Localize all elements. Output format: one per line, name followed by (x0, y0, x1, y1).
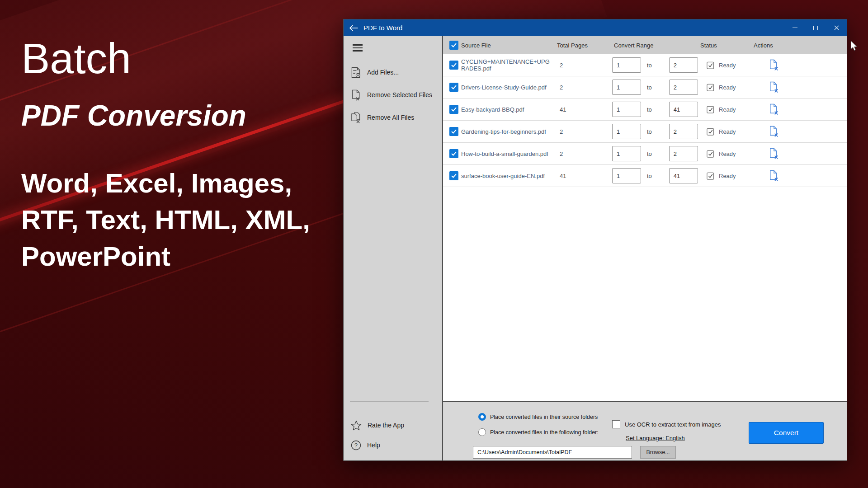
remove-file-action[interactable] (754, 103, 812, 115)
status-cell: Ready (700, 150, 754, 158)
range-to-input[interactable] (669, 102, 698, 117)
back-arrow-icon (349, 25, 358, 31)
sidebar-item-remove-selected-files[interactable]: Remove Selected Files (344, 84, 442, 106)
remove-file-action[interactable] (754, 81, 812, 93)
range-to-input[interactable] (669, 80, 698, 95)
remove-file-action-icon (769, 81, 779, 93)
radio-source-folders-label[interactable]: Place converted files in their source fo… (490, 413, 602, 421)
table-row: CYCLING+MAINTENANCE+UPGRADES.pdf 2 to Re… (443, 54, 847, 76)
sidebar-item-remove-all-files[interactable]: Remove All Files (344, 106, 442, 129)
sidebar-item-rate-the-app[interactable]: Rate the App (344, 415, 442, 435)
back-button[interactable] (344, 19, 363, 36)
row-checkbox[interactable] (449, 83, 458, 92)
row-checkbox[interactable] (449, 149, 458, 158)
sidebar-item-help[interactable]: ? Help (344, 435, 442, 455)
sidebar-item-label: Remove Selected Files (367, 91, 432, 99)
header-status: Status (700, 42, 754, 49)
hero-formats-line: PowerPoint (21, 238, 310, 275)
radio-following-folder[interactable] (478, 428, 486, 436)
convert-range-cell: to (608, 57, 700, 73)
pdf-to-word-window: PDF to Word Add Files... Remov (343, 19, 847, 461)
range-to-input[interactable] (669, 168, 698, 183)
remove-file-action[interactable] (754, 148, 812, 160)
total-pages-value: 2 (557, 128, 608, 135)
range-to-label: to (647, 128, 652, 135)
remove-file-action-icon (769, 148, 779, 160)
desktop-hero-text: Batch PDF Conversion Word, Excel, Images… (21, 37, 310, 275)
range-from-input[interactable] (612, 124, 641, 139)
minimize-button[interactable] (784, 19, 805, 36)
table-row: Gardening-tips-for-beginners.pdf 2 to Re… (443, 121, 847, 143)
range-to-input[interactable] (669, 146, 698, 161)
header-source-file: Source File (461, 42, 557, 49)
range-to-label: to (647, 150, 652, 157)
conversion-options-panel: Place converted files in their source fo… (443, 401, 847, 460)
file-name: CYCLING+MAINTENANCE+UPGRADES.pdf (461, 58, 557, 72)
hero-subheadline: PDF Conversion (21, 99, 310, 132)
total-pages-value: 2 (557, 84, 608, 91)
range-to-label: to (647, 106, 652, 113)
check-icon (451, 151, 457, 156)
table-header: Source File Total Pages Convert Range St… (443, 36, 847, 54)
close-button[interactable] (826, 19, 847, 36)
hamburger-menu-icon[interactable] (353, 42, 364, 53)
header-convert-range: Convert Range (608, 42, 700, 49)
convert-range-cell: to (608, 102, 700, 117)
browse-button[interactable]: Browse... (640, 446, 676, 459)
status-check-icon (707, 150, 714, 158)
range-from-input[interactable] (612, 168, 641, 183)
total-pages-value: 41 (557, 173, 608, 179)
range-from-input[interactable] (612, 146, 641, 161)
range-from-input[interactable] (612, 80, 641, 95)
status-cell: Ready (700, 84, 754, 91)
range-from-input[interactable] (612, 102, 641, 117)
add-file-icon (351, 67, 361, 78)
remove-file-action[interactable] (754, 59, 812, 71)
row-checkbox[interactable] (449, 61, 458, 70)
radio-source-folders[interactable] (478, 413, 486, 421)
remove-file-action[interactable] (754, 170, 812, 182)
row-checkbox[interactable] (449, 105, 458, 114)
remove-file-icon (351, 89, 361, 101)
status-text: Ready (719, 150, 736, 157)
range-to-input[interactable] (669, 57, 698, 73)
mouse-cursor (850, 41, 858, 53)
status-text: Ready (719, 84, 736, 91)
status-cell: Ready (700, 106, 754, 113)
check-icon (451, 174, 457, 178)
set-language-link[interactable]: Set Language: English (626, 435, 685, 441)
file-name: Easy-backyard-BBQ.pdf (461, 106, 557, 113)
sidebar-item-label: Add Files... (367, 69, 399, 76)
remove-file-action[interactable] (754, 126, 812, 137)
remove-all-files-icon (351, 112, 361, 123)
row-checkbox[interactable] (449, 171, 458, 180)
radio-following-folder-label[interactable]: Place converted files in the following f… (490, 429, 602, 436)
star-icon (351, 420, 362, 431)
output-folder-input[interactable] (473, 446, 632, 459)
row-checkbox[interactable] (449, 127, 458, 136)
hero-formats: Word, Excel, Images, RTF, Text, HTML, XM… (21, 165, 310, 275)
maximize-button[interactable] (805, 19, 826, 36)
table-row: Drivers-License-Study-Guide.pdf 2 to Rea… (443, 76, 847, 99)
remove-file-action-icon (769, 59, 779, 71)
window-title: PDF to Word (363, 24, 402, 32)
header-actions: Actions (754, 42, 812, 49)
select-all-checkbox[interactable] (449, 41, 458, 50)
remove-file-action-icon (769, 103, 779, 115)
desktop-wallpaper: Batch PDF Conversion Word, Excel, Images… (0, 0, 868, 488)
convert-button[interactable]: Convert (749, 422, 824, 444)
ocr-checkbox[interactable] (612, 420, 620, 428)
sidebar: Add Files... Remove Selected Files Remov… (344, 36, 443, 460)
close-icon (834, 25, 839, 30)
status-check-icon (707, 84, 714, 91)
table-row: surface-book-user-guide-EN.pdf 41 to Rea… (443, 165, 847, 187)
sidebar-item-add-files[interactable]: Add Files... (344, 61, 442, 84)
help-icon: ? (351, 440, 361, 450)
status-text: Ready (719, 62, 736, 69)
range-from-input[interactable] (612, 57, 641, 73)
sidebar-item-label: Help (367, 441, 380, 449)
status-check-icon (707, 61, 714, 69)
range-to-input[interactable] (669, 124, 698, 139)
total-pages-value: 2 (557, 150, 608, 157)
ocr-checkbox-label[interactable]: Use OCR to extract text from images (625, 421, 721, 428)
